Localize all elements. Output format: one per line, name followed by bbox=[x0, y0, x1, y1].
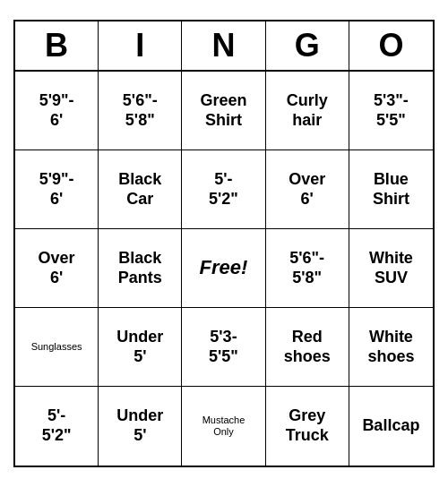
bingo-cell[interactable]: Redshoes bbox=[266, 308, 349, 387]
bingo-cell[interactable]: Over6' bbox=[15, 229, 99, 308]
bingo-cell[interactable]: 5'3"-5'5" bbox=[349, 72, 433, 150]
bingo-cell[interactable]: 5'3-5'5" bbox=[182, 308, 265, 387]
bingo-cell[interactable]: BlackPants bbox=[99, 229, 182, 308]
bingo-cell[interactable]: BlackCar bbox=[99, 150, 182, 229]
bingo-cell[interactable]: GreenShirt bbox=[182, 72, 265, 150]
header-letter: B bbox=[15, 21, 99, 70]
bingo-grid: 5'9"-6'5'6"-5'8"GreenShirtCurlyhair5'3"-… bbox=[15, 72, 433, 466]
bingo-cell[interactable]: 5'-5'2" bbox=[182, 150, 265, 229]
bingo-cell[interactable]: MustacheOnly bbox=[182, 387, 265, 466]
bingo-cell[interactable]: Under5' bbox=[99, 387, 182, 466]
bingo-cell[interactable]: 5'6"-5'8" bbox=[266, 229, 349, 308]
bingo-cell[interactable]: Whiteshoes bbox=[349, 308, 433, 387]
header-letter: O bbox=[349, 21, 433, 70]
bingo-cell[interactable]: Ballcap bbox=[349, 387, 433, 466]
header-letter: G bbox=[266, 21, 349, 70]
bingo-cell[interactable]: BlueShirt bbox=[349, 150, 433, 229]
header-letter: N bbox=[182, 21, 265, 70]
bingo-cell[interactable]: Sunglasses bbox=[15, 308, 99, 387]
bingo-cell[interactable]: 5'-5'2" bbox=[15, 387, 99, 466]
bingo-cell[interactable]: GreyTruck bbox=[266, 387, 349, 466]
bingo-header: BINGO bbox=[15, 21, 433, 72]
bingo-cell[interactable]: 5'9"-6' bbox=[15, 150, 99, 229]
bingo-cell[interactable]: Over6' bbox=[266, 150, 349, 229]
bingo-cell[interactable]: Free! bbox=[182, 229, 265, 308]
bingo-cell[interactable]: Curlyhair bbox=[266, 72, 349, 150]
bingo-cell[interactable]: WhiteSUV bbox=[349, 229, 433, 308]
bingo-cell[interactable]: 5'6"-5'8" bbox=[99, 72, 182, 150]
bingo-cell[interactable]: 5'9"-6' bbox=[15, 72, 99, 150]
header-letter: I bbox=[99, 21, 182, 70]
bingo-card: BINGO 5'9"-6'5'6"-5'8"GreenShirtCurlyhai… bbox=[13, 20, 435, 467]
bingo-cell[interactable]: Under5' bbox=[99, 308, 182, 387]
